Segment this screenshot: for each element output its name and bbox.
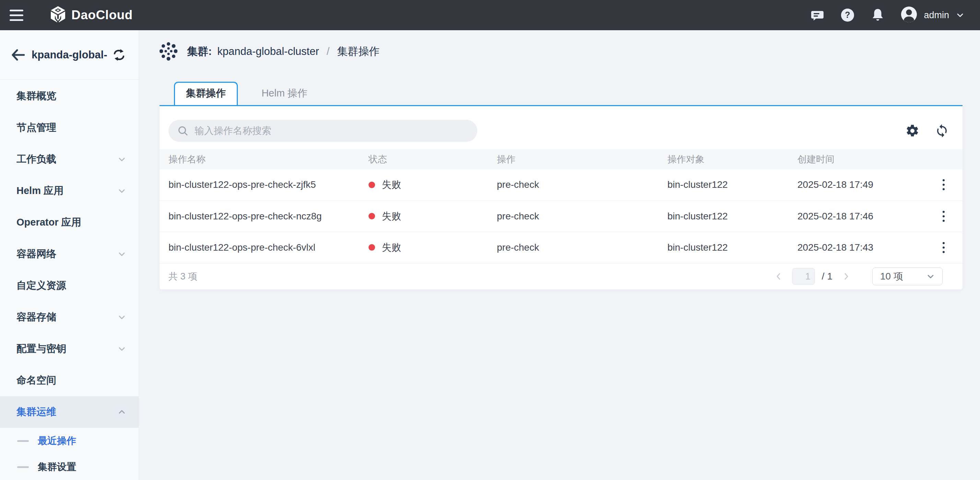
refresh-icon[interactable]	[934, 123, 950, 139]
row-actions-kebab-icon[interactable]	[935, 177, 952, 193]
sidebar-item-config-secrets[interactable]: 配置与密钥	[0, 333, 138, 365]
col-operation: 操作	[493, 149, 664, 169]
operation-type: pre-check	[493, 169, 664, 201]
menu-toggle-icon[interactable]	[10, 10, 23, 21]
chevron-down-icon	[117, 313, 126, 322]
toolbar	[159, 106, 963, 149]
sidebar-cluster-name: kpanda-global-cl...	[32, 49, 107, 61]
row-actions-kebab-icon[interactable]	[935, 239, 952, 256]
brand[interactable]: DaoCloud	[50, 6, 133, 24]
tabbar: 集群操作 Helm 操作	[159, 82, 963, 105]
operation-type: pre-check	[493, 232, 664, 263]
operation-target: bin-cluster122	[664, 232, 794, 263]
total-count: 共 3 项	[169, 270, 197, 282]
sidebar-item-cluster-ops[interactable]: 集群运维	[0, 396, 138, 428]
sidebar-header: kpanda-global-cl...	[0, 30, 138, 80]
status-dot-failed	[369, 213, 375, 219]
page-size-value: 10 项	[880, 270, 926, 283]
sidebar-item-custom-resources[interactable]: 自定义资源	[0, 270, 138, 301]
sidebar-item-node-management[interactable]: 节点管理	[0, 112, 138, 144]
next-page-icon[interactable]	[839, 270, 853, 283]
breadcrumb-current: 集群操作	[337, 44, 380, 59]
sidebar-item-namespaces[interactable]: 命名空间	[0, 365, 138, 396]
daocloud-logo-icon	[50, 6, 66, 24]
sidebar-subitem-recent-operations[interactable]: 最近操作	[0, 428, 138, 454]
topbar: DaoCloud ?	[0, 0, 980, 30]
sidebar-item-container-network[interactable]: 容器网络	[0, 238, 138, 270]
brand-name: DaoCloud	[72, 8, 133, 22]
sidebar-item-cluster-overview[interactable]: 集群概览	[0, 80, 138, 112]
status-dot-failed	[369, 244, 375, 250]
sidebar-subitem-cluster-settings[interactable]: 集群设置	[0, 454, 138, 480]
back-icon[interactable]	[10, 47, 25, 62]
created-time: 2025-02-18 17:46	[794, 201, 925, 232]
dash-icon	[17, 440, 29, 442]
sidebar: kpanda-global-cl... 集群概览 节点管理 工作负载 Helm …	[0, 30, 139, 480]
table-row: bin-cluster122-ops-pre-check-ncz8g 失败 pr…	[159, 201, 963, 232]
operations-table: 操作名称 状态 操作 操作对象 创建时间 bin-cluster122-ops-…	[159, 149, 963, 263]
breadcrumb-cluster-link[interactable]: kpanda-global-cluster	[217, 45, 319, 58]
sidebar-menu: 集群概览 节点管理 工作负载 Helm 应用 Operator 应用 容器网络 …	[0, 80, 138, 480]
chevron-down-icon	[117, 187, 126, 195]
switch-cluster-icon[interactable]	[112, 48, 126, 62]
operation-target: bin-cluster122	[664, 201, 794, 232]
table-footer: 共 3 项 / 1 10 项	[159, 263, 963, 289]
svg-text:?: ?	[845, 10, 850, 19]
status-label: 失败	[382, 178, 401, 191]
dash-icon	[17, 466, 29, 468]
operation-target: bin-cluster122	[664, 169, 794, 201]
status-label: 失败	[382, 210, 401, 223]
bell-icon[interactable]	[870, 8, 885, 23]
pagination: / 1 10 项	[772, 268, 943, 285]
col-actions	[925, 149, 963, 169]
sidebar-item-workloads[interactable]: 工作负载	[0, 144, 138, 175]
sidebar-item-container-storage[interactable]: 容器存储	[0, 301, 138, 333]
col-operation-name: 操作名称	[159, 149, 365, 169]
sidebar-item-helm-apps[interactable]: Helm 应用	[0, 175, 138, 207]
search-icon	[177, 125, 188, 136]
table-header-row: 操作名称 状态 操作 操作对象 创建时间	[159, 149, 963, 169]
page-total: / 1	[822, 271, 832, 282]
operation-name: bin-cluster122-ops-pre-check-6vlxl	[159, 232, 365, 263]
sidebar-item-operator-apps[interactable]: Operator 应用	[0, 207, 138, 238]
prev-page-icon[interactable]	[772, 270, 786, 283]
user-menu[interactable]: admin	[900, 6, 965, 24]
breadcrumb-prefix: 集群:	[187, 44, 212, 59]
chevron-down-icon	[117, 250, 126, 258]
chevron-down-icon	[926, 271, 935, 281]
created-time: 2025-02-18 17:49	[794, 169, 925, 201]
page-size-select[interactable]: 10 项	[872, 268, 943, 285]
tab-helm-operations[interactable]: Helm 操作	[238, 82, 331, 105]
cluster-dots-icon	[159, 42, 177, 61]
search-box[interactable]	[169, 120, 477, 142]
breadcrumb: 集群: kpanda-global-cluster / 集群操作	[159, 40, 963, 62]
col-status: 状态	[365, 149, 493, 169]
help-icon[interactable]: ?	[840, 8, 855, 23]
page-number-input[interactable]	[792, 268, 815, 285]
operation-type: pre-check	[493, 201, 664, 232]
chevron-down-icon	[117, 344, 126, 353]
search-input[interactable]	[194, 125, 468, 136]
avatar	[900, 6, 918, 24]
user-name: admin	[924, 10, 949, 21]
breadcrumb-separator: /	[327, 45, 330, 58]
status-label: 失败	[382, 241, 401, 254]
chevron-down-icon	[955, 10, 965, 20]
created-time: 2025-02-18 17:43	[794, 232, 925, 263]
chevron-down-icon	[117, 155, 126, 164]
table-row: bin-cluster122-ops-pre-check-6vlxl 失败 pr…	[159, 232, 963, 263]
table-row: bin-cluster122-ops-pre-check-zjfk5 失败 pr…	[159, 169, 963, 201]
tab-cluster-operations[interactable]: 集群操作	[174, 82, 238, 105]
settings-icon[interactable]	[905, 123, 920, 139]
operation-name: bin-cluster122-ops-pre-check-zjfk5	[159, 169, 365, 201]
col-target: 操作对象	[664, 149, 794, 169]
main-content: 集群: kpanda-global-cluster / 集群操作 集群操作 He…	[139, 30, 980, 480]
chevron-up-icon	[117, 408, 126, 416]
operations-card: 操作名称 状态 操作 操作对象 创建时间 bin-cluster122-ops-…	[159, 105, 963, 289]
message-icon[interactable]	[810, 8, 825, 23]
operation-name: bin-cluster122-ops-pre-check-ncz8g	[159, 201, 365, 232]
row-actions-kebab-icon[interactable]	[935, 208, 952, 225]
col-created: 创建时间	[794, 149, 925, 169]
status-dot-failed	[369, 182, 375, 188]
